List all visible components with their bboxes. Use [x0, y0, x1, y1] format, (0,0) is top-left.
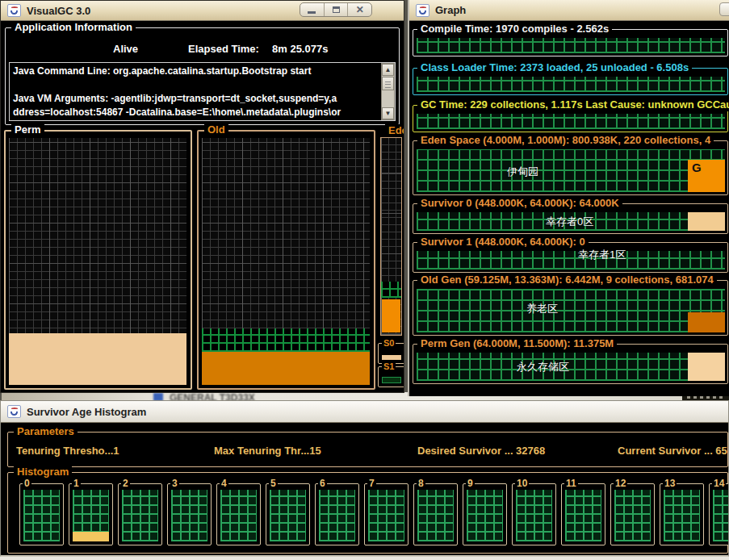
age-bucket-1: 1: [69, 483, 113, 545]
age-bucket-9: 9: [463, 483, 507, 545]
survivor-histogram-window: Survivor Age Histogram Parameters Tenuri…: [0, 400, 729, 557]
bucket-grid: [220, 490, 257, 541]
perm-gen-block: [688, 353, 725, 381]
close-icon: ✕: [356, 5, 364, 15]
gc-time-title: GC Time: 229 collections, 1.117s Last Ca…: [417, 98, 729, 111]
old-gen-block: [688, 312, 725, 332]
close-button[interactable]: ✕: [348, 3, 371, 16]
s1-panel: S1: [378, 366, 404, 387]
survivor0-strip: 幸存者0区: [417, 212, 725, 231]
console-line: Java Command Line: org.apache.catalina.s…: [13, 65, 377, 78]
console-line: ddress=localhost:54867 -Dcatalina.base=E…: [13, 106, 377, 119]
survivor0-title: Survivor 0 (448.000K, 64.000K): 64.000K: [417, 197, 622, 210]
perm-panel: Perm: [4, 130, 192, 390]
application-information-title: Application Information: [11, 21, 136, 34]
desired-survivor-size: Desired Survivor ... 32768: [417, 445, 545, 457]
status-line: Alive Elapsed Time: 8m 25.077s: [6, 43, 399, 56]
eden-bar: [380, 137, 402, 336]
bucket-label: 4: [220, 477, 228, 490]
bucket-grid: [713, 490, 729, 541]
bucket-grid: [417, 490, 454, 541]
graph-window-title: Graph: [435, 4, 466, 16]
age-bucket-13: 13: [660, 483, 704, 545]
bucket-label: 12: [614, 477, 627, 490]
console-scrollbar[interactable]: ▲ ▼: [381, 63, 395, 120]
background-dark-window-text: [687, 396, 723, 399]
bucket-label: 0: [23, 477, 31, 490]
old-usage-fill: [202, 352, 370, 385]
java-command-textarea[interactable]: Java Command Line: org.apache.catalina.s…: [9, 62, 396, 121]
window-controls: ✕: [300, 2, 372, 17]
compile-time-row: Compile Time: 1970 compiles - 2.562s: [413, 29, 728, 56]
eden-space-row: Eden Space (4.000M, 1.000M): 800.938K, 2…: [413, 140, 728, 195]
class-loader-strip: [417, 77, 725, 92]
scroll-down-button[interactable]: ▼: [382, 107, 394, 119]
console-line: [13, 78, 377, 92]
scroll-up-button[interactable]: ▲: [382, 64, 394, 76]
perm-gen-cn-label: 永久存储区: [517, 360, 569, 374]
bucket-grid: [122, 490, 158, 541]
perm-usage-fill: [9, 333, 186, 385]
visualgc-window: VisualGC 3.0 ✕ Application Information A…: [0, 0, 404, 393]
partial-window-button[interactable]: [719, 2, 729, 16]
eden-space-strip: 伊甸园 G: [417, 149, 725, 192]
java-icon: [7, 4, 21, 17]
bucket-label: 5: [269, 477, 278, 490]
old-grid: [202, 138, 370, 385]
perm-panel-title: Perm: [11, 123, 44, 136]
old-gen-row: Old Gen (59.125M, 13.363M): 6.442M, 9 co…: [413, 280, 728, 336]
alive-status: Alive: [113, 43, 138, 55]
graph-titlebar[interactable]: Graph: [409, 0, 729, 21]
compile-time-title: Compile Time: 1970 compiles - 2.562s: [417, 23, 612, 36]
class-loader-title: Class Loader Time: 2373 loaded, 25 unloa…: [417, 61, 692, 74]
survivor0-row: Survivor 0 (448.000K, 64.000K): 64.000K …: [413, 203, 728, 234]
perm-gen-title: Perm Gen (64.000M, 11.500M): 11.375M: [417, 337, 617, 350]
eden-history-grid: [381, 282, 401, 298]
elapsed-time-value: 8m 25.077s: [272, 43, 328, 55]
age-bucket-4: 4: [216, 483, 261, 545]
parameters-title: Parameters: [14, 425, 78, 438]
age-bucket-3: 3: [167, 483, 212, 545]
eden-space-cn-label: 伊甸园: [507, 165, 538, 179]
taskbar-strip: [0, 557, 729, 560]
bucket-label: 6: [318, 477, 327, 490]
survivor0-cn-label: 幸存者0区: [546, 215, 593, 229]
perm-grid: [9, 138, 186, 385]
perm-gen-strip: 永久存储区: [417, 353, 725, 381]
scrollbar-thumb[interactable]: [382, 77, 394, 90]
bucket-grid: [664, 490, 700, 541]
old-gen-title: Old Gen (59.125M, 13.363M): 6.442M, 9 co…: [417, 274, 717, 286]
bucket-grid: [516, 490, 552, 541]
age-bucket-7: 7: [364, 483, 408, 545]
bucket-label: 11: [564, 477, 578, 490]
bucket-grid: [171, 490, 207, 541]
survivor-histogram-titlebar[interactable]: Survivor Age Histogram: [1, 401, 728, 423]
histogram-panel: Histogram 0 1 2 3 4: [7, 472, 728, 554]
bucket-label: 14: [712, 477, 726, 490]
bucket-grid: [565, 490, 601, 541]
current-survivor-size: Current Survivor ... 65: [618, 445, 727, 457]
survivor1-cn-label: 幸存者1区: [578, 248, 626, 262]
maximize-button[interactable]: [325, 3, 349, 16]
eden-space-title: Eden Space (4.000M, 1.000M): 800.938K, 2…: [417, 134, 714, 147]
age-bucket-10: 10: [512, 483, 556, 545]
elapsed-time-label: Elapsed Time:: [188, 43, 259, 55]
bucket-label: 1: [72, 477, 81, 490]
bucket-grid: [23, 490, 60, 541]
visualgc-window-title: VisualGC 3.0: [27, 5, 90, 17]
class-loader-row: Class Loader Time: 2373 loaded, 25 unloa…: [413, 68, 728, 95]
bucket-grid: [368, 490, 404, 541]
console-line: Java VM Arguments: -agentlib:jdwp=transp…: [13, 92, 377, 106]
survivor1-strip: 幸存者1区: [417, 251, 725, 270]
perm-gen-row: Perm Gen (64.000M, 11.500M): 11.375M 永久存…: [413, 344, 728, 384]
survivor0-block: [688, 212, 725, 231]
survivor1-title: Survivor 1 (448.000K, 64.000K): 0: [417, 236, 589, 249]
age-bucket-0: 0: [19, 483, 64, 545]
bucket-label: 3: [170, 477, 179, 490]
bucket-label: 7: [367, 477, 376, 490]
bucket-label: 13: [663, 477, 677, 490]
bucket-label: 9: [466, 477, 475, 490]
minimize-button[interactable]: [300, 3, 325, 16]
old-gen-strip: 养老区: [417, 289, 725, 332]
eden-space-block: G: [688, 160, 725, 192]
